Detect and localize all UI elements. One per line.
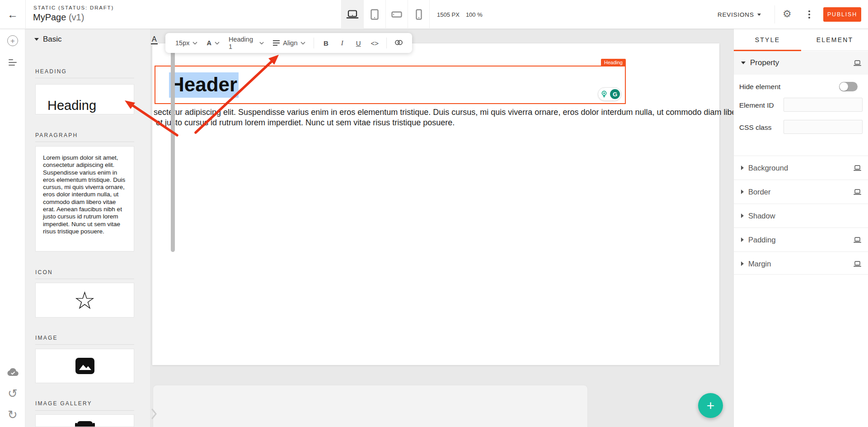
hide-element-toggle[interactable]	[839, 82, 858, 91]
chevron-down-icon	[34, 38, 39, 41]
tab-style[interactable]: STYLE	[734, 29, 801, 50]
image-gallery-widget-label: IMAGE GALLERY	[35, 400, 92, 407]
section-margin[interactable]: Margin	[734, 251, 868, 275]
paragraph-style-dropdown[interactable]: Heading 1	[226, 34, 267, 52]
divider	[25, 0, 26, 29]
font-size-dropdown[interactable]: 15px	[173, 38, 200, 48]
heading-widget-card[interactable]: Heading	[35, 84, 134, 114]
chevron-right-icon	[741, 214, 744, 218]
bold-button[interactable]: B	[319, 39, 332, 47]
align-dropdown[interactable]: Align	[270, 38, 308, 48]
suggestion-bulb-button[interactable]	[599, 89, 609, 99]
align-icon	[273, 40, 280, 45]
redo-icon: ↻	[8, 409, 18, 421]
image-widget-label: IMAGE	[35, 335, 58, 341]
divider	[774, 5, 775, 24]
image-gallery-widget-card[interactable]	[35, 414, 134, 427]
heading-widget-label: HEADING	[35, 68, 67, 75]
divider	[35, 142, 134, 142]
panel-scrollbar-thumb[interactable]	[171, 47, 175, 252]
add-section-fab[interactable]: +	[698, 393, 723, 418]
section-background[interactable]: Background	[734, 156, 868, 180]
paragraph-widget-label: PARAGRAPH	[35, 132, 78, 138]
toggle-knob	[840, 82, 848, 91]
basic-section-header[interactable]: Basic	[25, 29, 150, 50]
link-button[interactable]	[392, 39, 405, 47]
redo-button[interactable]: ↻	[0, 406, 25, 424]
section-shadow[interactable]: Shadow	[734, 204, 868, 228]
chevron-down-icon	[741, 62, 746, 64]
section-border[interactable]: Border	[734, 180, 868, 204]
text-style-tool-button[interactable]: A	[151, 35, 158, 44]
undo-button[interactable]: ↺	[0, 384, 25, 403]
responsive-laptop-icon[interactable]	[854, 261, 861, 267]
canvas-area: Heading Header G sectetur adipiscing eli…	[150, 29, 733, 427]
divider	[386, 38, 387, 48]
responsive-laptop-icon[interactable]	[854, 189, 861, 195]
divider	[35, 78, 134, 78]
device-preview-switcher	[341, 0, 430, 29]
responsive-laptop-icon[interactable]	[854, 60, 861, 66]
page-canvas[interactable]: Heading Header G sectetur adipiscing eli…	[152, 43, 719, 365]
canvas-paragraph-line1: sectetur adipiscing elit. Suspendisse va…	[154, 107, 703, 118]
canvas-heading-text[interactable]: Header	[169, 73, 239, 96]
font-color-dropdown[interactable]: A	[204, 38, 222, 48]
section-padding[interactable]: Padding	[734, 228, 868, 251]
autosave-status-button[interactable]	[0, 363, 25, 381]
more-options-button[interactable]	[806, 9, 812, 20]
publish-button[interactable]: PUBLISH	[823, 7, 861, 22]
layers-icon	[9, 59, 17, 66]
device-tablet-button[interactable]	[363, 0, 385, 29]
divider	[734, 274, 868, 275]
italic-button[interactable]: I	[336, 39, 348, 47]
divider	[314, 38, 314, 48]
zoom-level-label: 100 %	[466, 11, 483, 18]
code-button[interactable]: <>	[368, 39, 381, 47]
image-icon	[75, 357, 95, 375]
device-laptop-button[interactable]	[341, 0, 363, 29]
inspector-panel: STYLE ELEMENT Property Hide element Elem…	[733, 29, 868, 427]
divider	[35, 344, 134, 345]
star-icon: ☆	[74, 288, 95, 313]
property-section-header[interactable]: Property	[734, 51, 868, 75]
responsive-laptop-icon[interactable]	[854, 165, 861, 171]
responsive-laptop-icon[interactable]	[854, 237, 861, 243]
tab-element[interactable]: ELEMENT	[801, 29, 868, 50]
css-class-input[interactable]	[784, 120, 863, 134]
text-selection-highlight: Header	[169, 72, 239, 98]
add-element-button[interactable]: +	[0, 32, 25, 50]
plus-icon: +	[707, 398, 715, 413]
next-page-section[interactable]	[153, 385, 587, 427]
device-mobile-portrait-button[interactable]	[408, 0, 430, 29]
underline-button[interactable]: U	[352, 39, 365, 47]
layers-button[interactable]	[0, 53, 25, 71]
mobile-portrait-icon	[416, 9, 422, 20]
text-format-toolbar: 15px A Heading 1 Align B I U <>	[165, 33, 412, 53]
page-status-label: STATIC (STATUS: DRAFT)	[33, 5, 114, 10]
icon-widget-card[interactable]: ☆	[35, 283, 134, 318]
grammarly-logo-button[interactable]: G	[610, 89, 620, 99]
revisions-dropdown[interactable]: REVISIONS	[718, 0, 761, 29]
page-version: (v1)	[69, 12, 84, 22]
chevron-right-icon	[741, 166, 744, 170]
device-mobile-landscape-button[interactable]	[385, 0, 408, 29]
back-button[interactable]: ←	[5, 6, 21, 23]
settings-button[interactable]: ⚙	[783, 9, 792, 19]
element-id-input[interactable]	[784, 98, 863, 112]
chevron-down-icon	[259, 42, 264, 45]
element-id-label: Element ID	[739, 101, 774, 109]
kebab-icon	[808, 10, 810, 12]
page-title: MyPage (v1)	[33, 12, 84, 23]
image-gallery-icon	[75, 420, 95, 427]
paragraph-widget-preview: Lorem ipsum dolor sit amet, consectetur …	[36, 147, 134, 235]
hide-element-label: Hide element	[739, 83, 780, 91]
image-widget-card[interactable]	[35, 349, 134, 383]
cloud-check-icon	[7, 368, 19, 376]
laptop-icon	[346, 10, 359, 19]
chevron-down-icon	[215, 42, 220, 45]
mobile-landscape-icon	[391, 11, 402, 18]
canvas-paragraph-text[interactable]: sectetur adipiscing elit. Suspendisse va…	[154, 107, 703, 128]
paragraph-widget-card[interactable]: Lorem ipsum dolor sit amet, consectetur …	[35, 146, 134, 251]
divider	[35, 410, 134, 411]
element-type-badge: Heading	[601, 59, 626, 66]
